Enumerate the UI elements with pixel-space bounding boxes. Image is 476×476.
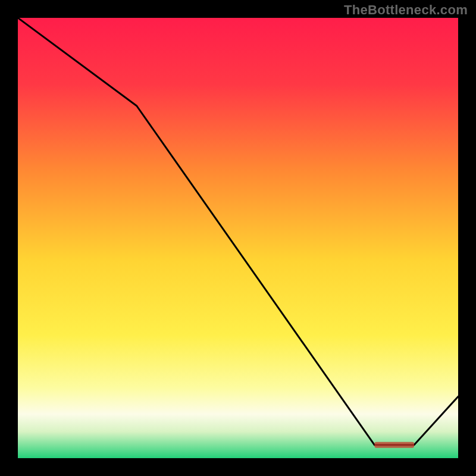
annotation-bar — [374, 442, 414, 448]
chart-frame: TheBottleneck.com — [0, 0, 476, 476]
plot-area — [18, 18, 458, 458]
chart-svg — [18, 18, 458, 458]
plot-background — [18, 18, 458, 458]
watermark-text: TheBottleneck.com — [344, 2, 468, 18]
